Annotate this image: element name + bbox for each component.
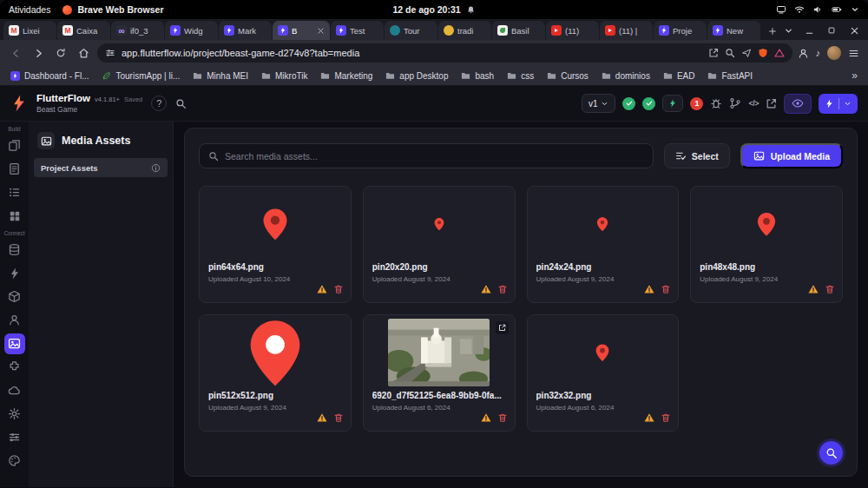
- warning-icon[interactable]: [808, 284, 819, 294]
- deploy-icon[interactable]: [4, 380, 25, 401]
- browser-tab[interactable]: M Caixa: [57, 21, 110, 40]
- media-search-input[interactable]: [225, 151, 644, 162]
- delete-icon[interactable]: [825, 284, 835, 294]
- advanced-settings-icon[interactable]: [4, 427, 25, 448]
- url-text[interactable]: app.flutterflow.io/project/beast-game-d2…: [122, 48, 702, 58]
- bookmark-folder[interactable]: EAD: [663, 71, 695, 81]
- debug-icon[interactable]: [710, 97, 722, 109]
- media-asset-card[interactable]: pin24x24.png Uploaded August 9, 2024: [527, 186, 680, 303]
- brave-shield-icon[interactable]: [758, 48, 768, 58]
- integrations-icon[interactable]: [4, 357, 25, 378]
- delete-icon[interactable]: [333, 412, 344, 423]
- forward-button[interactable]: [30, 44, 47, 62]
- browser-tab[interactable]: (11): [546, 21, 599, 40]
- site-settings-tune-icon[interactable]: [105, 48, 115, 58]
- media-search-field[interactable]: [199, 143, 654, 168]
- bookmarks-overflow-button[interactable]: »: [852, 69, 858, 82]
- bookmark-folder[interactable]: FastAPI: [707, 71, 753, 81]
- bookmark-folder[interactable]: MikroTik: [261, 71, 307, 81]
- minimize-button[interactable]: [802, 23, 816, 37]
- media-asset-card[interactable]: pin64x64.png Uploaded August 10, 2024: [199, 186, 352, 303]
- database-icon[interactable]: [4, 240, 25, 260]
- tab-search-chevron-icon[interactable]: [784, 26, 793, 36]
- api-calls-icon[interactable]: [4, 263, 25, 284]
- clock-menu[interactable]: 12 de ago 20:31: [392, 4, 475, 15]
- activities-button[interactable]: Atividades: [9, 4, 50, 15]
- project-assets-item[interactable]: Project Assets: [34, 158, 168, 177]
- upload-media-button[interactable]: Upload Media: [740, 143, 843, 168]
- zoom-icon[interactable]: [725, 48, 735, 58]
- preview-button[interactable]: [784, 94, 812, 114]
- share-icon[interactable]: [741, 48, 752, 58]
- close-window-button[interactable]: [847, 23, 861, 37]
- browser-tab[interactable]: Test: [331, 21, 384, 40]
- warning-icon[interactable]: [644, 284, 654, 294]
- browser-tab-active[interactable]: B: [273, 21, 330, 40]
- media-asset-card[interactable]: pin20x20.png Uploaded August 9, 2024: [363, 186, 516, 303]
- bookmark-item[interactable]: Dashboard - Fl...: [10, 71, 89, 81]
- check-badge[interactable]: [622, 97, 635, 110]
- media-asset-card[interactable]: pin512x512.png Uploaded August 9, 2024: [199, 314, 352, 432]
- project-name[interactable]: Beast Game: [36, 106, 142, 114]
- address-bar[interactable]: app.flutterflow.io/project/beast-game-d2…: [97, 43, 792, 63]
- bookmark-folder[interactable]: Marketing: [320, 71, 372, 81]
- custom-code-icon[interactable]: </>: [748, 99, 759, 108]
- theme-icon[interactable]: [4, 451, 25, 472]
- back-button[interactable]: [7, 44, 24, 62]
- reload-button[interactable]: [52, 44, 69, 62]
- warning-icon[interactable]: [317, 412, 327, 423]
- settings-icon[interactable]: [4, 404, 25, 425]
- delete-icon[interactable]: [497, 284, 508, 294]
- maximize-button[interactable]: [825, 23, 838, 37]
- warning-icon[interactable]: [481, 412, 491, 423]
- browser-tab[interactable]: Tour: [385, 21, 437, 40]
- delete-icon[interactable]: [333, 284, 344, 294]
- delete-icon[interactable]: [497, 412, 508, 423]
- optimizations-badge[interactable]: [662, 95, 683, 112]
- system-tray[interactable]: [476, 4, 859, 15]
- flutterflow-logo[interactable]: [10, 93, 28, 114]
- brave-rewards-icon[interactable]: [774, 48, 785, 58]
- media-asset-card[interactable]: pin32x32.png Uploaded August 6, 2024: [527, 314, 680, 432]
- home-button[interactable]: [75, 44, 92, 62]
- browser-tab[interactable]: Proje: [654, 21, 707, 40]
- info-icon[interactable]: [151, 163, 161, 173]
- open-editor-icon[interactable]: [766, 98, 777, 109]
- browser-tab[interactable]: M Lixei: [3, 21, 56, 40]
- browser-tab[interactable]: Basil: [492, 21, 545, 40]
- data-types-icon[interactable]: [4, 287, 25, 307]
- check-badge[interactable]: [642, 97, 655, 110]
- open-in-window-icon[interactable]: [708, 48, 719, 58]
- media-asset-card[interactable]: pin48x48.png Uploaded August 9, 2024: [690, 186, 843, 303]
- branch-version-dropdown[interactable]: v1: [582, 94, 616, 113]
- browser-tab[interactable]: Widg: [165, 21, 218, 40]
- browser-tab[interactable]: (11) |: [600, 21, 653, 40]
- warning-icon[interactable]: [317, 284, 327, 294]
- users-icon[interactable]: [4, 310, 25, 331]
- delete-icon[interactable]: [661, 412, 671, 423]
- browser-menu-icon[interactable]: [848, 48, 859, 59]
- browser-tab[interactable]: Mark: [219, 21, 272, 40]
- pages-icon[interactable]: [4, 135, 25, 156]
- chevron-down-icon[interactable]: [844, 100, 852, 108]
- focused-app-menu[interactable]: Brave Web Browser: [62, 4, 163, 15]
- help-icon[interactable]: ?: [151, 96, 167, 111]
- bookmark-folder[interactable]: dominios: [602, 71, 650, 81]
- browser-tab[interactable]: ∞ if0_3: [111, 21, 164, 40]
- bookmark-item[interactable]: TourismApp | li...: [102, 71, 180, 81]
- extension-icon[interactable]: [798, 48, 809, 59]
- warning-icon[interactable]: [644, 412, 654, 423]
- bookmark-folder[interactable]: css: [507, 71, 534, 81]
- browser-tab[interactable]: New: [707, 21, 760, 40]
- bookmark-folder[interactable]: bash: [461, 71, 494, 81]
- open-external-icon[interactable]: [496, 321, 509, 334]
- select-button[interactable]: Select: [664, 143, 730, 168]
- media-control-icon[interactable]: ♪: [816, 48, 821, 58]
- bookmark-folder[interactable]: Cursos: [547, 71, 589, 81]
- new-tab-button[interactable]: [764, 23, 781, 40]
- warning-icon[interactable]: [481, 284, 491, 294]
- bookmark-folder[interactable]: Minha MEI: [193, 71, 248, 81]
- media-assets-icon[interactable]: [4, 333, 25, 354]
- delete-icon[interactable]: [661, 284, 671, 294]
- widget-palette-icon[interactable]: [4, 206, 25, 227]
